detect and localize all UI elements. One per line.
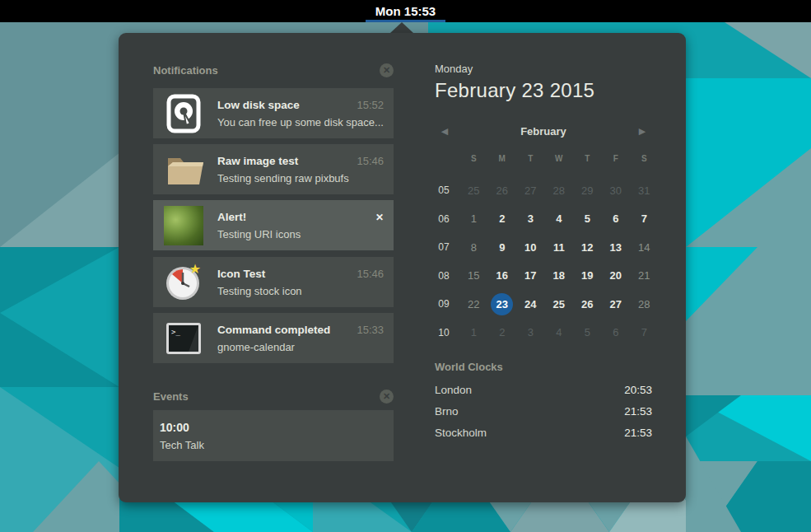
day-header: S [459,154,488,163]
calendar-week-row: 0525262728293031 [428,176,659,205]
calendar-day[interactable]: 25 [545,298,574,310]
calendar-week-row: 07891011121314 [428,233,659,262]
world-clock-row: Stockholm 21:53 [435,422,652,443]
calendar-day[interactable]: 18 [545,269,574,282]
close-icon[interactable]: ✕ [375,212,384,222]
clock-time: 21:53 [624,427,652,439]
calendar-day[interactable]: 1 [459,326,488,338]
calendar-day[interactable]: 11 [545,241,574,254]
event-time: 10:00 [160,421,384,434]
calendar-day[interactable]: 12 [573,241,602,254]
notification-time: 15:46 [357,268,384,280]
calendar-day[interactable]: 24 [516,298,545,310]
notification-time: 15:33 [357,324,384,336]
next-month-icon[interactable]: ▶ [626,126,659,137]
calendar-week-row: 0922232425262728 [428,290,659,319]
notifications-header: Notifications ✕ [153,63,394,77]
month-navigation: ◀ February ▶ [428,122,659,140]
calendar-day[interactable]: 26 [488,184,517,197]
notification-item[interactable]: Low disk space15:52 You can free up some… [153,88,394,138]
calendar-day[interactable]: 3 [516,212,545,225]
calendar-day[interactable]: 19 [573,269,602,282]
calendar-day[interactable]: 1 [459,212,488,225]
notification-body: Testing URI icons [217,228,384,240]
notification-title: Command completed [217,324,330,336]
notification-body: You can free up some disk space... [217,116,384,128]
svg-text:>_: >_ [171,328,180,336]
clock-star-icon: ★ [164,263,203,302]
notification-title: Icon Test [217,268,265,280]
notification-title: Raw image test [217,155,298,167]
calendar-day[interactable]: 3 [516,326,545,338]
notification-time: 15:46 [357,155,384,167]
notification-item[interactable]: Raw image test15:46 Testing sending raw … [153,144,394,194]
calendar-day[interactable]: 21 [630,269,659,282]
calendar-day[interactable]: 8 [459,241,488,254]
calendar-day[interactable]: 27 [516,184,545,197]
calendar-week-row: 0815161718192021 [428,262,659,291]
world-clocks-title[interactable]: World Clocks [435,361,503,373]
event-item[interactable]: 10:00 Tech Talk [153,410,394,461]
calendar-week-row: 101234567 [428,319,659,348]
events-title: Events [153,390,189,403]
world-clocks-list: London 20:53Brno 21:53Stockholm 21:53 [435,379,652,443]
calendar-day[interactable]: 9 [488,241,517,254]
calendar-day[interactable]: 31 [630,184,659,197]
calendar-day[interactable]: 28 [630,298,659,310]
clear-notifications-icon[interactable]: ✕ [380,63,394,77]
calendar-day[interactable]: 26 [573,298,602,310]
top-bar: Mon 15:53 [0,0,811,22]
calendar-day[interactable]: 7 [630,212,659,225]
calendar-popup: Notifications ✕ Low disk space15:52 You … [119,33,686,502]
event-name: Tech Talk [160,439,384,451]
clock-menu-button[interactable]: Mon 15:53 [0,0,811,22]
calendar-day[interactable]: 17 [516,269,545,282]
calendar-day[interactable]: 2 [488,326,517,338]
weekday-label: Monday [435,63,473,75]
calendar-day[interactable]: 4 [545,212,574,225]
clock-time: 20:53 [624,384,652,396]
calendar-day[interactable]: 14 [630,241,659,254]
world-clock-row: Brno 21:53 [435,400,652,422]
svg-text:★: ★ [189,263,201,276]
notification-item[interactable]: >_ Command completed15:33 gnome-calendar [153,313,394,363]
week-number: 10 [428,327,459,338]
day-of-week-header: SMTWTFS [428,150,659,166]
calendar-day[interactable]: 20 [602,269,631,282]
folder-icon [164,150,203,189]
calendar-day[interactable]: 25 [459,184,488,197]
calendar-day[interactable]: 4 [545,326,574,338]
calendar-day[interactable]: 5 [573,326,602,338]
calendar-day[interactable]: 2 [488,212,517,225]
calendar-day[interactable]: 5 [573,212,602,225]
calendar-day[interactable]: 6 [602,326,631,338]
calendar-day[interactable]: 10 [516,241,545,254]
day-header: T [516,154,545,163]
calendar-day[interactable]: 6 [602,212,631,225]
notification-item[interactable]: ★ Icon Test15:46 Testing stock icon [153,257,394,307]
calendar-day[interactable]: 30 [602,184,631,197]
calendar-day[interactable]: 22 [459,298,488,310]
previous-month-icon[interactable]: ◀ [428,126,461,137]
notification-title: Low disk space [217,99,300,111]
day-header: S [630,154,659,163]
notification-item[interactable]: Alert!✕ Testing URI icons [153,200,394,250]
clock-city: Stockholm [435,427,487,439]
calendar-day[interactable]: 28 [545,184,574,197]
calendar-day[interactable]: 29 [573,184,602,197]
calendar-day[interactable]: 7 [630,326,659,338]
day-header: F [602,154,631,163]
world-clock-row: London 20:53 [435,379,652,400]
calendar-day[interactable]: 15 [459,269,488,282]
notification-title: Alert! [217,211,246,223]
clear-events-icon[interactable]: ✕ [380,390,394,404]
week-number: 09 [428,298,459,310]
calendar-day[interactable]: 13 [602,241,631,254]
week-number: 07 [428,241,459,253]
week-number: 08 [428,270,459,282]
calendar-day[interactable]: 16 [488,269,517,282]
calendar-day-selected[interactable]: 23 [488,293,517,315]
calendar-week-row: 061234567 [428,205,659,234]
notification-time: 15:52 [357,99,384,111]
calendar-day[interactable]: 27 [602,298,631,310]
